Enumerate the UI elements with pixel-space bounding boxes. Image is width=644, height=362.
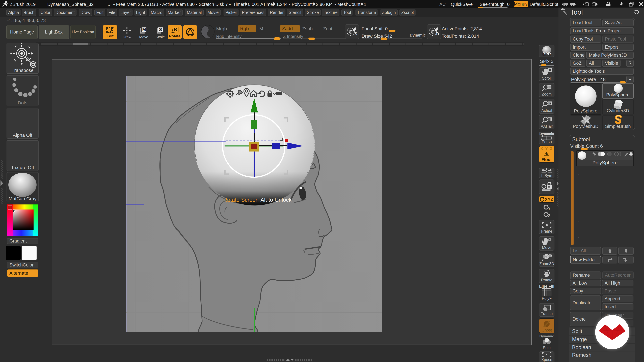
svg-text:D: D [436, 31, 439, 36]
svg-text:Z: Z [548, 214, 550, 218]
svg-text:R: R [174, 27, 177, 32]
svg-text:x1: x1 [548, 102, 551, 105]
svg-text:Rotate Screen: Rotate Screen [223, 197, 258, 203]
svg-text:S: S [354, 31, 357, 36]
svg-text:Alt to Unlock: Alt to Unlock [260, 197, 292, 203]
svg-text:Y: Y [548, 206, 550, 211]
svg-text:M: M [142, 27, 146, 32]
svg-text:XYZ: XYZ [545, 197, 553, 202]
svg-text:S: S [159, 27, 162, 32]
